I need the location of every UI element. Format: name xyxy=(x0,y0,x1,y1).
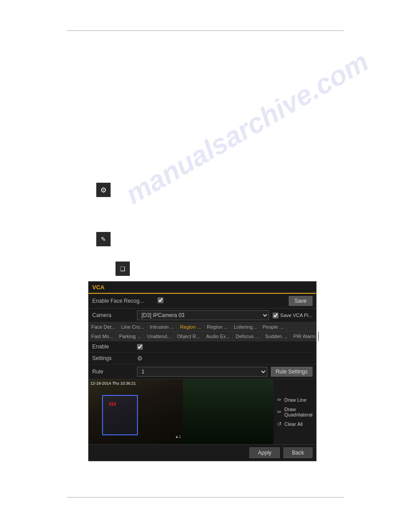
draw-line-icon: ✏ xyxy=(277,397,282,403)
draw-quad-icon: ✏ xyxy=(277,409,282,415)
tab-audio-ex[interactable]: Audio Ex... xyxy=(203,332,233,341)
tab-defocus[interactable]: Defocus ... xyxy=(233,332,262,341)
enable-face-recog-row: Enable Face Recog... Save xyxy=(89,294,316,309)
camera-label: Camera xyxy=(92,312,137,318)
rule-select[interactable]: 1 xyxy=(137,367,267,377)
tab-unattend[interactable]: Unattend... xyxy=(144,332,174,341)
cam-video-right xyxy=(183,379,274,444)
tab-object-r[interactable]: Object R... xyxy=(174,332,203,341)
rule-label: Rule xyxy=(92,369,137,375)
top-divider xyxy=(67,30,344,31)
tab-loitering[interactable]: Loitering... xyxy=(231,322,260,331)
tab-people[interactable]: People ... xyxy=(260,322,287,331)
cam-timestamp: 12-18-2014 Thu 10:36:21 xyxy=(90,381,136,386)
clear-all-icon: ↺ xyxy=(277,421,282,427)
draw-line-item[interactable]: ✏ Draw Line xyxy=(277,397,313,403)
apply-button[interactable]: Apply xyxy=(249,447,280,458)
tabs-row-1: Face Det... Line Cro... Intrusion ... Re… xyxy=(89,322,316,332)
tab-fast-mo[interactable]: Fast Mo... xyxy=(89,332,116,341)
tab-region-2[interactable]: Region ... xyxy=(204,322,231,331)
gear-icon: ⚙ xyxy=(100,186,107,194)
watermark-text: manualsarchive.com xyxy=(120,45,374,210)
gear-icon-button[interactable]: ⚙ xyxy=(96,183,111,197)
cam-bg-right xyxy=(183,379,274,444)
enable-face-label: Enable Face Recog... xyxy=(92,298,158,304)
copy-icon: ❏ xyxy=(120,266,125,272)
cam-overlay-shape xyxy=(102,395,138,435)
save-button[interactable]: Save xyxy=(289,296,313,306)
tabs-row-2: Fast Mo... Parking ... Unattend... Objec… xyxy=(89,332,316,341)
enable-face-checkbox[interactable] xyxy=(158,297,163,303)
tab-line-cro[interactable]: Line Cro... xyxy=(119,322,147,331)
draw-tools-panel: ✏ Draw Line ✏ Draw Quadrilateral ↺ Clear… xyxy=(274,379,316,444)
tab-sudden[interactable]: Sudden ... xyxy=(262,332,291,341)
vca-title-bar: VCA xyxy=(89,282,316,294)
edit-icon: ✎ xyxy=(101,236,106,243)
enable-checkbox[interactable] xyxy=(137,344,143,350)
cam-divider-label: ▲1 xyxy=(175,434,181,439)
settings-gear-icon[interactable]: ⚙ xyxy=(137,355,143,362)
rule-row: Rule 1 Rule Settings xyxy=(89,365,316,379)
settings-row: Settings ⚙ xyxy=(89,352,316,365)
enable-row-label: Enable xyxy=(92,343,137,350)
bottom-divider xyxy=(67,497,344,498)
tab-region-1[interactable]: Region ... xyxy=(177,322,204,331)
rule-settings-button[interactable]: Rule Settings xyxy=(271,367,313,377)
tab-intrusion[interactable]: Intrusion ... xyxy=(147,322,177,331)
tab-pir-alarm[interactable]: PIR Alarm xyxy=(291,332,319,341)
vca-bottom-row: Apply Back xyxy=(89,444,316,461)
edit-icon-button[interactable]: ✎ xyxy=(96,232,111,246)
vca-title: VCA xyxy=(92,284,104,291)
camera-select[interactable]: [D3] IPCamera 03 xyxy=(137,310,269,320)
tab-face-det[interactable]: Face Det... xyxy=(89,322,119,331)
save-vca-pi-label: Save VCA Pi... xyxy=(280,313,313,318)
vca-panel: VCA Enable Face Recog... Save Camera [D3… xyxy=(88,281,317,461)
enable-face-checkbox-area xyxy=(158,297,288,305)
save-vca-pi-area: Save VCA Pi... xyxy=(273,313,313,318)
clear-all-item[interactable]: ↺ Clear All xyxy=(277,421,313,427)
draw-quadrilateral-item[interactable]: ✏ Draw Quadrilateral xyxy=(277,407,313,417)
save-vca-pi-checkbox[interactable] xyxy=(273,313,278,318)
clear-all-label: Clear All xyxy=(284,421,303,427)
cam-label-red: #1# xyxy=(109,402,116,407)
enable-row: Enable xyxy=(89,341,316,352)
back-button[interactable]: Back xyxy=(283,447,313,458)
copy-icon-button[interactable]: ❏ xyxy=(116,262,130,276)
tab-parking[interactable]: Parking ... xyxy=(116,332,145,341)
draw-quad-label: Draw Quadrilateral xyxy=(284,407,313,417)
cam-video-left: 12-18-2014 Thu 10:36:21 #1# ▲1 xyxy=(89,379,183,444)
settings-row-label: Settings xyxy=(92,355,137,361)
draw-line-label: Draw Line xyxy=(284,397,307,403)
camera-row: Camera [D3] IPCamera 03 Save VCA Pi... xyxy=(89,309,316,322)
camera-view-area: 12-18-2014 Thu 10:36:21 #1# ▲1 ✏ Draw Li… xyxy=(89,379,316,444)
